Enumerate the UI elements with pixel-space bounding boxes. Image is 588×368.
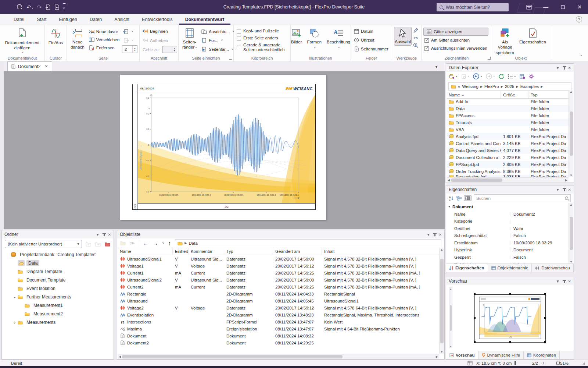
menu-tab-dokumententwurf[interactable]: Dokumententwurf [179,14,230,25]
file-row[interactable]: VBAFile folder [447,126,569,133]
label-button[interactable]: A Beschriftung˅ [325,27,352,51]
properties-tab-objekthierarchie[interactable]: Objekthierarchie [488,264,532,272]
menu-tab-einfügen[interactable]: Einfügen [53,14,83,25]
page-color-button[interactable]: Seitenfar...˅ [200,45,235,53]
menu-tab-entwicklertools[interactable]: Entwicklertools [136,14,179,25]
pictures-button[interactable]: Bilder [289,27,304,46]
object-row[interactable]: Ultrasound2D-Diagramm08/11/2024 14:05:45… [118,297,439,304]
explorer-horizontal-scrollbar[interactable]: ◀▶ [447,177,569,182]
coordinates-icon[interactable] [467,361,473,365]
close-icon[interactable]: ✕ [568,66,571,70]
chevron-right-icon[interactable]: › [12,320,18,325]
close-button[interactable]: ✕ [571,0,588,14]
file-row[interactable]: Order Tracking Analysis....8.365 KBFlexP… [447,168,569,175]
tree-item-data[interactable]: Data [3,259,112,267]
chevron-down-icon[interactable]: ▼ [556,279,560,283]
section-begin-button[interactable]: Beginnen [141,27,178,35]
new-folder-icon[interactable] [105,242,111,247]
zoom-tool-icon[interactable] [413,43,419,48]
collapse-ribbon-icon[interactable]: ⌃ [580,54,583,59]
new-database-icon[interactable]: ▼ [449,74,458,79]
property-row[interactable]: NameDokument2 [446,210,574,218]
chevron-down-icon[interactable]: ▼ [556,66,560,70]
file-row[interactable]: Analysis.fpd1.801 KBFlexPro Project Da [447,133,569,140]
chevron-down-icon[interactable]: ⌄ [12,295,18,299]
file-row[interactable]: DataFile folder [447,105,569,112]
header-footer-checkbox[interactable]: Kopf- und Fußzeile [236,28,288,35]
selection-tool-button[interactable]: Auswahl [394,27,412,46]
chevron-down-icon[interactable]: ▼ [427,233,430,237]
open-folder-icon[interactable] [120,241,126,245]
insert-document-element-button[interactable]: Dokumentelement einfügen˅ [3,27,41,56]
up-icon[interactable]: ↑ [168,240,171,246]
first-page-different-checkbox[interactable]: Erste Seite anders [236,35,288,42]
save-database-icon[interactable] [17,4,23,10]
help-icon[interactable]: ? [576,16,582,22]
object-row[interactable]: DokumentDokument08/11/2024 14:08:32 [118,332,439,339]
properties-vertical-scrollbar[interactable]: ▲▼ [569,203,573,263]
properties-tab-datenvorschau[interactable]: Datenvorschau [532,264,573,272]
preview-document-icon[interactable]: ▼ [461,74,470,79]
chevron-down-icon[interactable]: ▼ [556,188,560,192]
file-row[interactable]: Data Query and Series A...4.077 KBFlexPr… [447,147,569,154]
object-row[interactable]: UltrasoundSignal2VUltrasound Sig...Daten… [118,276,439,283]
alignment-lines-checkbox[interactable]: Ausrichtungslinien verwenden [423,45,488,52]
document-page[interactable]: User 08/11/2024 WEISANG [120,75,326,220]
breadcrumb-segment[interactable]: Data [189,241,197,245]
preview-tab-vorschau[interactable]: Vorschau [446,351,478,359]
property-row[interactable]: HyperlinkDocument [446,247,574,254]
file-row[interactable]: FPAccessFile folder [447,112,569,119]
show-values-toggle[interactable] [464,195,472,201]
object-row[interactable]: Current1mACurrentDatensatz20/02/2017 14:… [118,269,439,276]
zoom-in-icon[interactable]: + [542,360,545,366]
tree-item-document-template[interactable]: Document Template [3,276,112,284]
back-icon[interactable]: ← [143,240,149,246]
eyedropper-icon[interactable] [413,28,419,33]
preview-tab-koordinaten[interactable]: Koordinaten [524,351,560,359]
object-row[interactable]: Dokument2Dokument08/11/2024 14:29:25 [118,339,439,346]
page-number-spinner[interactable]: 2▲▼ [122,45,137,53]
zoom-out-icon[interactable]: − [498,360,501,366]
column-header-inhalt[interactable]: Inhalt [322,248,444,255]
close-tab-icon[interactable]: ✕ [44,64,48,69]
tab-list-chevron-icon[interactable]: ▼ [435,65,438,69]
document-tab[interactable]: Dokument2 ✕ [7,61,52,71]
preview-content[interactable]: 1 2/2 [446,286,574,350]
categorized-view-icon[interactable] [456,196,462,201]
object-row[interactable]: πIntersectionsFPScript-Formel08/11/2024 … [118,318,439,325]
spinner-arrows[interactable]: ▲▼ [132,46,137,53]
pin-icon[interactable] [564,66,565,70]
ribbon-display-options-button[interactable] [520,0,537,14]
object-list-vertical-scrollbar[interactable]: ▲▼ [439,248,444,354]
snap-to-grid-checkbox[interactable]: Am Gitter ausrichten [423,37,488,44]
close-icon[interactable]: ✕ [439,233,442,237]
object-list-breadcrumb[interactable]: ▶ Data [175,239,441,247]
column-header-einheit[interactable]: Einheit [173,248,189,255]
section-goto-spinner[interactable]: ▲▼ [162,46,177,53]
active-subfolder-combo[interactable]: (Kein aktivierter Unterordner)▼ [5,240,82,248]
redo-button[interactable]: ↷ [37,4,42,10]
column-header-typ[interactable]: Typ [224,248,273,255]
chevron-down-icon[interactable]: ▼ [96,233,100,237]
file-row[interactable]: Control Panels and Con...3.145 KBFlexPro… [447,140,569,147]
file-row[interactable]: Add-InFile folder [447,98,569,105]
tree-item-measurement2[interactable]: Measurement2 [3,309,112,318]
undo-button[interactable]: ↶ ˅ [26,4,33,10]
settings-gear-icon[interactable] [528,74,534,79]
property-row[interactable]: GesperrtFalsch [446,254,574,261]
date-field-button[interactable]: Datum [353,27,390,35]
maximize-button[interactable] [554,0,571,14]
resize-grip-icon[interactable] [581,361,585,365]
tree-item-diagram-template[interactable]: Diagram Template [3,267,112,276]
view-list-icon[interactable]: ▼ [508,74,516,79]
object-properties-button[interactable]: Eigenschaften [517,27,548,46]
index-icon[interactable] [520,74,525,79]
menu-tab-datei[interactable]: Datei [7,14,31,25]
tell-me-search[interactable] [437,3,509,11]
menu-tab-daten[interactable]: Daten [83,14,108,25]
odd-even-pages-checkbox[interactable]: Gerade & ungerade Seiten unterschiedlich [236,42,288,54]
breadcrumb-segment[interactable]: Examples [520,84,539,89]
customize-quick-access-icon[interactable]: ▔˅ [63,4,65,10]
column-header-name[interactable]: Name▲ [447,92,501,98]
property-row[interactable]: SchreibgeschütztFalsch [446,232,574,240]
